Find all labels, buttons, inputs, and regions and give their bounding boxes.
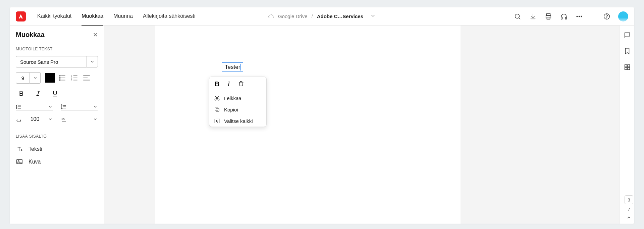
text-color-swatch[interactable] [45, 73, 55, 83]
chevron-down-icon[interactable] [370, 13, 376, 20]
avatar[interactable] [618, 11, 628, 21]
main-nav: Kaikki työkalut Muokkaa Muunna Allekirjo… [37, 7, 196, 26]
ctx-cut-label: Leikkaa [224, 95, 241, 101]
context-menu: B I Leikkaa Kopioi Valitse kaikki [209, 77, 267, 127]
add-text-button[interactable]: Teksti [16, 145, 98, 153]
svg-text:3: 3 [71, 79, 72, 81]
font-size-input[interactable]: 9 [16, 72, 30, 84]
line-spacing-select[interactable] [16, 103, 53, 111]
crumb-document: Adobe C…Services [317, 13, 363, 19]
crumb-source: Google Drive [278, 13, 308, 19]
svg-rect-6 [566, 17, 567, 19]
font-family-chevron[interactable] [87, 56, 98, 67]
cloud-icon [268, 13, 274, 19]
selected-text-box[interactable]: Tester [222, 62, 243, 72]
ctx-cut[interactable]: Leikkaa [209, 92, 266, 104]
nav-convert[interactable]: Muunna [113, 7, 133, 26]
right-rail: 3 7 [620, 26, 634, 224]
bold-button[interactable] [18, 90, 25, 98]
top-bar: Kaikki työkalut Muokkaa Muunna Allekirjo… [10, 7, 634, 26]
format-text-header: MUOTOILE TEKSTI [16, 47, 98, 51]
ctx-select-all[interactable]: Valitse kaikki [209, 115, 266, 127]
headphones-icon[interactable] [560, 12, 568, 20]
breadcrumb[interactable]: Google Drive / Adobe C…Services [268, 13, 376, 20]
insert-content-header: LISÄÄ SISÄLTÖ [16, 134, 98, 139]
svg-point-8 [579, 16, 580, 17]
add-image-button[interactable]: Kuva [16, 158, 98, 166]
top-icons [514, 11, 628, 21]
nav-sign[interactable]: Allekirjoita sähköisesti [143, 7, 196, 26]
ctx-bold-button[interactable]: B [215, 80, 219, 89]
crumb-sep: / [311, 13, 313, 19]
ctx-select-all-label: Valitse kaikki [224, 118, 253, 124]
ctx-copy-label: Kopioi [224, 107, 238, 112]
more-icon[interactable] [575, 12, 583, 20]
ctx-italic-button[interactable]: I [227, 80, 230, 89]
svg-point-12 [59, 75, 60, 76]
add-image-label: Kuva [29, 159, 41, 165]
nav-edit[interactable]: Muokkaa [82, 7, 103, 26]
svg-line-1 [519, 17, 521, 19]
search-icon[interactable] [514, 12, 522, 20]
document-page[interactable]: Tester B I Leikkaa Kopioi [155, 26, 461, 224]
add-text-label: Teksti [29, 146, 42, 152]
underline-button[interactable] [51, 90, 59, 98]
page-current-input[interactable]: 3 [625, 195, 633, 204]
svg-text:VA: VA [61, 117, 64, 120]
bookmark-panel-icon[interactable] [623, 47, 631, 55]
page-navigator: 3 7 [624, 195, 634, 224]
align-icon[interactable] [82, 74, 91, 82]
numbered-list-icon[interactable]: 123 [70, 74, 79, 82]
horizontal-scale-select[interactable]: T 100 [16, 116, 53, 123]
acrobat-logo [16, 11, 26, 21]
svg-point-14 [59, 77, 60, 78]
svg-rect-60 [627, 65, 629, 67]
paragraph-spacing-select[interactable] [61, 103, 98, 111]
svg-point-9 [581, 16, 582, 17]
font-size-chevron[interactable] [30, 72, 41, 84]
comments-panel-icon[interactable] [623, 31, 631, 39]
ctx-delete-button[interactable] [238, 80, 245, 89]
svg-line-29 [38, 91, 39, 96]
svg-point-11 [606, 17, 607, 18]
close-icon[interactable]: ✕ [93, 31, 98, 39]
sidebar-title: Muokkaa [16, 31, 45, 39]
svg-rect-2 [547, 13, 550, 15]
ctx-copy[interactable]: Kopioi [209, 104, 266, 115]
print-icon[interactable] [544, 12, 552, 20]
page-up-icon[interactable] [626, 215, 632, 222]
edit-sidebar: Muokkaa ✕ MUOTOILE TEKSTI Source Sans Pr… [10, 26, 104, 224]
svg-point-16 [59, 80, 60, 81]
italic-button[interactable] [35, 90, 42, 98]
svg-rect-56 [216, 108, 219, 111]
svg-rect-5 [561, 17, 562, 19]
font-family-select[interactable]: Source Sans Pro [16, 56, 87, 67]
horizontal-scale-value: 100 [31, 116, 40, 122]
document-area: A Tester B I Leikkaa [104, 26, 620, 224]
help-icon[interactable] [603, 12, 611, 20]
thumbnails-panel-icon[interactable] [623, 63, 631, 71]
svg-rect-59 [625, 65, 627, 67]
download-icon[interactable] [529, 12, 537, 20]
svg-rect-62 [627, 67, 629, 70]
svg-rect-61 [625, 67, 627, 70]
character-spacing-select[interactable]: VA [61, 116, 98, 123]
nav-all-tools[interactable]: Kaikki työkalut [37, 7, 71, 26]
svg-point-0 [515, 14, 520, 18]
svg-point-7 [577, 16, 578, 17]
svg-rect-57 [215, 107, 218, 110]
page-total: 7 [628, 207, 630, 212]
bullet-list-icon[interactable] [58, 74, 67, 82]
